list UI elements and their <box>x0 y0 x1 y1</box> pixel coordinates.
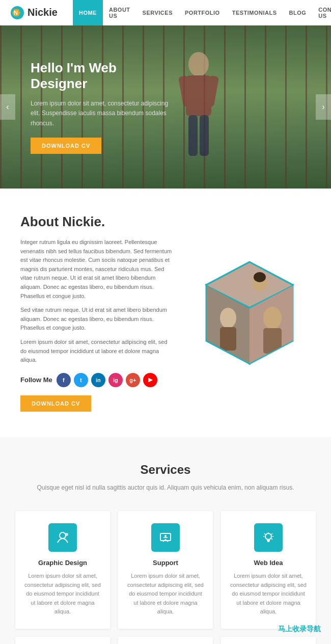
graphic-design-icon <box>48 523 77 552</box>
svg-point-27 <box>164 535 167 537</box>
svg-point-15 <box>254 272 266 282</box>
about-title: About Nickie. <box>20 214 173 230</box>
hero-section: Hello I'm Web Designer Lorem ipsum dolor… <box>0 25 331 189</box>
service-desc-0: Lorem ipsum dolor sit amet, consectetur … <box>23 572 102 616</box>
hero-download-cv-button[interactable]: DOWNLOAD CV <box>31 138 101 154</box>
about-para-2: Sed vitae rutrum neque. Ut id erat sit a… <box>20 306 173 333</box>
svg-point-24 <box>60 532 66 539</box>
cube-graphic <box>194 252 306 374</box>
social-icons: f t in ig g+ ▶ <box>57 373 157 387</box>
about-text: About Nickie. Integer rutrum ligula eu d… <box>20 214 173 412</box>
youtube-icon[interactable]: ▶ <box>143 373 157 387</box>
service-card-support: Support Lorem ipsum dolor sit amet, cons… <box>118 511 213 629</box>
nav-home[interactable]: HOME <box>73 0 103 25</box>
nav-blog[interactable]: BLOG <box>283 0 313 25</box>
web-idea-icon <box>254 523 283 552</box>
service-card-web-development: Web Development Lorem ipsum dolor sit am… <box>15 637 110 644</box>
service-name-0: Graphic Design <box>23 559 102 567</box>
about-para-1: Integer rutrum ligula eu dignissim laore… <box>20 238 173 301</box>
about-download-cv-button[interactable]: DOWNLOAD CV <box>20 395 91 412</box>
navbar: N Nickie HOME ABOUT US SERVICES PORTFOLI… <box>0 0 331 25</box>
service-card-responsive-design: Responsive Design Lorem ipsum dolor sit … <box>118 637 213 644</box>
hero-content: Hello I'm Web Designer Lorem ipsum dolor… <box>0 60 204 154</box>
about-visual <box>188 214 311 412</box>
service-card-web-idea: Web Idea Lorem ipsum dolor sit amet, con… <box>221 511 316 629</box>
nav-about[interactable]: ABOUT US <box>103 0 136 25</box>
nav-services[interactable]: SERVICES <box>136 0 179 25</box>
nav-links: HOME ABOUT US SERVICES PORTFOLIO TESTIMO… <box>73 0 331 25</box>
service-card-graphic-design: Graphic Design Lorem ipsum dolor sit ame… <box>15 511 110 629</box>
nav-portfolio[interactable]: PORTFOLIO <box>179 0 226 25</box>
svg-point-28 <box>265 533 271 540</box>
follow-label: Follow Me <box>20 376 52 384</box>
logo-text: Nickie <box>27 7 58 18</box>
facebook-icon[interactable]: f <box>57 373 71 387</box>
hero-text: Lorem ipsum dolor sit amet, consectetur … <box>31 99 173 128</box>
linkedin-icon[interactable]: in <box>91 373 105 387</box>
about-para-3: Lorem ipsum dolor sit amet, consectetur … <box>20 338 173 365</box>
hero-title: Hello I'm Web Designer <box>31 60 173 92</box>
logo[interactable]: N Nickie <box>10 6 58 20</box>
logo-icon: N <box>10 6 24 20</box>
googleplus-icon[interactable]: g+ <box>126 373 140 387</box>
service-name-2: Web Idea <box>229 559 308 567</box>
nav-contact[interactable]: CONTECT US <box>312 0 331 25</box>
nav-testimonials[interactable]: TESTIMONIALS <box>226 0 283 25</box>
services-section: Services Quisque eget nisl id nulla sagi… <box>0 437 331 644</box>
service-desc-2: Lorem ipsum dolor sit amet, consectetur … <box>229 572 308 616</box>
hero-next-button[interactable]: › <box>316 94 331 120</box>
service-name-1: Support <box>126 559 205 567</box>
svg-point-25 <box>65 533 68 536</box>
svg-rect-19 <box>263 328 282 354</box>
svg-rect-23 <box>220 327 236 351</box>
svg-point-18 <box>263 307 282 329</box>
services-grid: Graphic Design Lorem ipsum dolor sit ame… <box>15 511 316 644</box>
svg-point-22 <box>220 308 236 328</box>
services-subtitle: Quisque eget nisl id nulla sagittis auct… <box>15 483 316 493</box>
instagram-icon[interactable]: ig <box>108 373 123 387</box>
service-desc-1: Lorem ipsum dolor sit amet, consectetur … <box>126 572 205 616</box>
services-title: Services <box>15 463 316 477</box>
about-section: About Nickie. Integer rutrum ligula eu d… <box>0 189 331 437</box>
service-card-incomplete <box>221 637 316 644</box>
twitter-icon[interactable]: t <box>74 373 88 387</box>
svg-text:N: N <box>14 10 18 16</box>
follow-me-row: Follow Me f t in ig g+ ▶ <box>20 373 173 387</box>
support-icon <box>151 523 180 552</box>
